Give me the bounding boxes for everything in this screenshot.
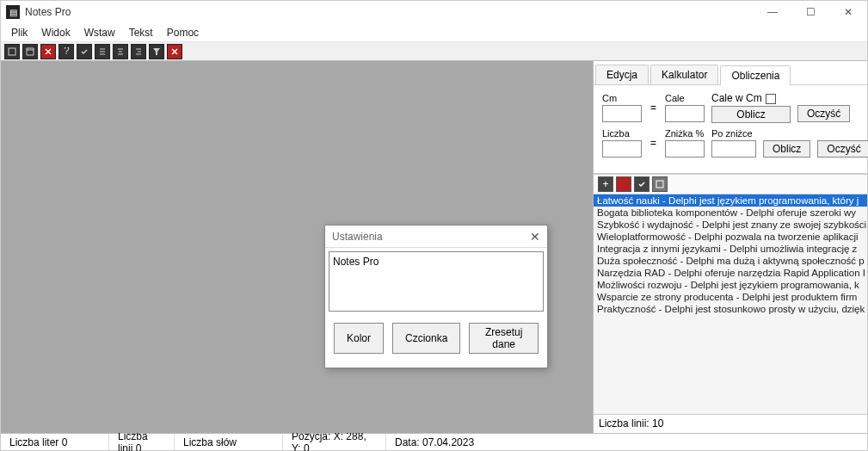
menu-plik[interactable]: Plik: [4, 25, 34, 40]
label-liczba: Liczba: [602, 128, 642, 139]
svg-rect-2: [656, 181, 663, 188]
list-item[interactable]: Wieloplatformowość - Delphi pozwala na t…: [594, 231, 867, 243]
right-panel: Edycja Kalkulator Obliczenia Cm = Cale: [594, 61, 867, 433]
toolbar-icon-1[interactable]: [4, 44, 20, 59]
input-liczba[interactable]: [602, 140, 642, 158]
editor-area[interactable]: Ustawienia ✕ Kolor Czcionka Zresetuj dan…: [1, 61, 594, 433]
tab-obliczenia[interactable]: Obliczenia: [720, 65, 791, 85]
toolbar-icon-5[interactable]: [77, 44, 92, 59]
list-item[interactable]: Łatwość nauki - Delphi jest językiem pro…: [594, 195, 867, 207]
list-item[interactable]: Możliwości rozwoju - Delphi jest językie…: [594, 279, 867, 291]
tab-edycja[interactable]: Edycja: [595, 65, 649, 84]
input-po-znizce[interactable]: [711, 140, 756, 158]
status-date: Data: 07.04.2023: [386, 434, 867, 450]
list-item[interactable]: Integracja z innymi językami - Delphi um…: [594, 243, 867, 255]
list-item[interactable]: Narzędzia RAD - Delphi oferuje narzędzia…: [594, 267, 867, 279]
minimize-button[interactable]: —: [754, 1, 791, 23]
list-item[interactable]: Bogata biblioteka komponentów - Delphi o…: [594, 207, 867, 219]
oczysc-button-2[interactable]: Oczyść: [817, 140, 868, 158]
delete-icon[interactable]: [616, 176, 631, 192]
toolbar-icon-9[interactable]: [149, 44, 164, 59]
toolbar-icon-6[interactable]: [95, 44, 110, 59]
notes-list[interactable]: Łatwość nauki - Delphi jest językiem pro…: [594, 195, 867, 414]
input-cale[interactable]: [665, 105, 705, 122]
list-item[interactable]: Duża społeczność - Delphi ma dużą i akty…: [594, 255, 867, 267]
save-icon[interactable]: [652, 176, 668, 192]
menu-widok[interactable]: Widok: [34, 25, 77, 40]
label-cale-w-cm: Cale w Cm: [711, 92, 791, 104]
label-po-znizce: Po zniżce: [711, 128, 756, 139]
status-bar: Liczba liter 0 Liczba linii 0 Liczba słó…: [1, 433, 867, 450]
list-item[interactable]: Praktyczność - Delphi jest stosunkowo pr…: [594, 303, 867, 315]
side-toolbar: +: [594, 174, 867, 195]
tabs: Edycja Kalkulator Obliczenia: [594, 65, 867, 85]
app-icon: ▤: [6, 5, 20, 19]
settings-dialog: Ustawienia ✕ Kolor Czcionka Zresetuj dan…: [324, 225, 548, 368]
status-lines: Liczba linii 0: [109, 434, 175, 450]
label-znizka: Zniżka %: [665, 128, 705, 139]
menu-tekst[interactable]: Tekst: [122, 25, 160, 40]
lines-count: Liczba linii: 10: [594, 414, 867, 433]
toolbar-icon-7[interactable]: [113, 44, 128, 59]
svg-text:?: ?: [64, 47, 70, 56]
label-cale: Cale: [665, 93, 705, 103]
title-bar: ▤ Notes Pro — ☐ ✕: [1, 1, 867, 23]
input-cm[interactable]: [602, 105, 642, 122]
font-button[interactable]: Czcionka: [392, 323, 460, 354]
tab-kalkulator[interactable]: Kalkulator: [650, 65, 718, 84]
list-item[interactable]: Wsparcie ze strony producenta - Delphi j…: [594, 291, 867, 303]
check-icon[interactable]: [634, 176, 649, 192]
dialog-textarea[interactable]: [329, 251, 544, 312]
maximize-button[interactable]: ☐: [791, 1, 829, 23]
oblicz-button-2[interactable]: Oblicz: [763, 140, 810, 158]
main-toolbar: ?: [1, 42, 867, 61]
dialog-title: Ustawienia: [332, 231, 383, 243]
app-title: Notes Pro: [25, 6, 754, 18]
menu-pomoc[interactable]: Pomoc: [160, 25, 206, 40]
oblicz-button-1[interactable]: Oblicz: [711, 106, 791, 123]
input-znizka[interactable]: [665, 140, 705, 158]
oczysc-button-1[interactable]: Oczyść: [797, 105, 850, 122]
status-words: Liczba słów: [175, 434, 283, 450]
toolbar-icon-4[interactable]: ?: [58, 44, 74, 59]
toolbar-icon-3[interactable]: [40, 44, 56, 59]
equals-1: =: [650, 102, 656, 114]
toolbar-icon-10[interactable]: [167, 44, 182, 59]
equals-2: =: [650, 137, 656, 149]
svg-rect-0: [9, 48, 15, 55]
list-item[interactable]: Szybkość i wydajność - Delphi jest znany…: [594, 219, 867, 231]
add-icon[interactable]: +: [598, 176, 613, 192]
status-letters: Liczba liter 0: [1, 434, 109, 450]
checkbox-cale-w-cm[interactable]: [766, 94, 776, 104]
menu-bar: Plik Widok Wstaw Tekst Pomoc: [1, 23, 867, 42]
toolbar-icon-2[interactable]: [22, 44, 38, 59]
color-button[interactable]: Kolor: [334, 323, 384, 354]
reset-button[interactable]: Zresetuj dane: [469, 323, 539, 354]
label-cm: Cm: [602, 93, 642, 103]
toolbar-icon-8[interactable]: [131, 44, 146, 59]
status-position: Pozycja: X: 288, Y: 0: [283, 434, 386, 450]
dialog-close-icon[interactable]: ✕: [530, 230, 540, 244]
menu-wstaw[interactable]: Wstaw: [77, 25, 122, 40]
calc-panel: Cm = Cale Cale w Cm Oblicz Oczyść: [594, 85, 867, 174]
close-button[interactable]: ✕: [829, 1, 867, 23]
